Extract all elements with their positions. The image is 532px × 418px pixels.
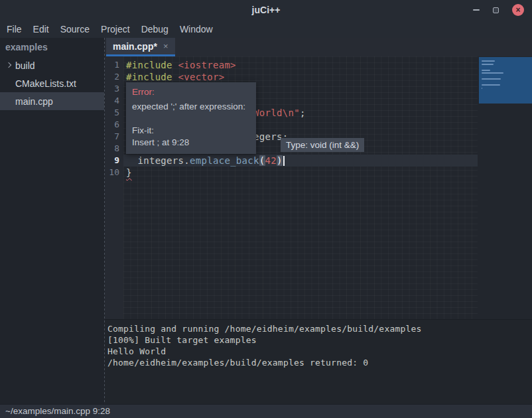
menu-source[interactable]: Source bbox=[60, 24, 90, 35]
error-tooltip: Error: expected ';' after expression: Fi… bbox=[126, 82, 256, 154]
line-number: 8 bbox=[105, 143, 123, 155]
line-number: 5 bbox=[105, 107, 123, 119]
terminal-line: Compiling and running /home/eidheim/exam… bbox=[107, 323, 532, 334]
tree-item-label: main.cpp bbox=[15, 96, 53, 107]
tab-main-cpp[interactable]: main.cpp* × bbox=[106, 38, 175, 56]
code-editor[interactable]: 12345678910 #include <iostream>#include … bbox=[105, 56, 532, 319]
code-segment: } bbox=[126, 167, 132, 178]
line-number: 3 bbox=[105, 83, 123, 95]
window-title: juCi++ bbox=[0, 0, 532, 20]
tab-close-icon[interactable]: × bbox=[163, 42, 168, 50]
terminal-line: [100%] Built target examples bbox=[107, 334, 532, 346]
minimap-line bbox=[482, 60, 495, 62]
code-line-10[interactable]: } bbox=[123, 167, 478, 178]
code-segment: ) bbox=[277, 155, 283, 166]
code-segment: <iostream> bbox=[178, 60, 236, 70]
titlebar[interactable]: juCi++ × bbox=[0, 0, 532, 20]
menu-project[interactable]: Project bbox=[101, 24, 130, 35]
tree-item-label: build bbox=[15, 60, 35, 71]
close-icon[interactable]: × bbox=[512, 4, 524, 16]
minimap-visible-region[interactable] bbox=[479, 57, 532, 104]
tree-item-label: CMakeLists.txt bbox=[15, 78, 76, 89]
minimap-line bbox=[482, 88, 482, 89]
code-line-9[interactable]: integers.emplace_back(42) bbox=[123, 155, 478, 167]
menu-file[interactable]: File bbox=[7, 24, 22, 35]
terminal-line: Hello World bbox=[107, 346, 532, 357]
statusbar: ~/examples/main.cpp 9:28 1 error, 1 fix … bbox=[0, 404, 532, 418]
tree-item-main-cpp[interactable]: main.cpp bbox=[0, 92, 104, 110]
fixit-action: Insert ; at 9:28 bbox=[132, 137, 253, 149]
code-segment: #include bbox=[126, 72, 178, 82]
code-segment: emplace_back bbox=[190, 155, 259, 166]
tab-label: main.cpp* bbox=[113, 41, 157, 52]
terminal-line: /home/eidheim/examples/build/examples re… bbox=[107, 357, 532, 368]
status-file-location: ~/examples/main.cpp 9:28 bbox=[5, 405, 110, 418]
text-cursor bbox=[283, 156, 285, 166]
minimize-icon[interactable] bbox=[473, 9, 480, 11]
file-tree-sidebar: examples buildCMakeLists.txtmain.cpp bbox=[0, 38, 104, 404]
app-window: juCi++ × FileEditSourceProjectDebugWindo… bbox=[0, 0, 532, 418]
menu-debug[interactable]: Debug bbox=[141, 24, 168, 35]
line-number-gutter: 12345678910 bbox=[105, 56, 123, 319]
minimap[interactable] bbox=[478, 56, 532, 319]
type-tooltip: Type: void (int &&) bbox=[281, 138, 364, 152]
menu-edit[interactable]: Edit bbox=[33, 24, 49, 35]
line-number: 2 bbox=[105, 71, 123, 83]
line-number: 6 bbox=[105, 119, 123, 131]
code-line-2[interactable]: #include <vector> bbox=[123, 71, 478, 83]
code-segment: ; bbox=[300, 107, 306, 118]
minimap-line bbox=[482, 64, 494, 65]
tree-item-cmakelists-txt[interactable]: CMakeLists.txt bbox=[0, 74, 104, 92]
line-number: 9 bbox=[105, 155, 123, 167]
status-diagnostics: 1 error, 1 fix it bbox=[361, 405, 430, 418]
error-tooltip-title: Error: bbox=[132, 86, 253, 98]
code-segment: <vector> bbox=[178, 72, 225, 82]
code-segment: 42 bbox=[265, 155, 277, 166]
minimap-line bbox=[482, 70, 490, 71]
code-segment: ( bbox=[259, 155, 265, 166]
restore-icon[interactable] bbox=[493, 7, 499, 13]
chevron-right-icon[interactable] bbox=[6, 62, 11, 68]
project-root-label[interactable]: examples bbox=[0, 38, 104, 56]
window-controls: × bbox=[473, 0, 524, 20]
file-tree: buildCMakeLists.txtmain.cpp bbox=[0, 56, 104, 110]
menubar: FileEditSourceProjectDebugWindow bbox=[0, 20, 532, 38]
fixit-label: Fix-it: bbox=[132, 125, 253, 137]
line-number: 7 bbox=[105, 131, 123, 143]
line-number: 10 bbox=[105, 167, 123, 178]
code-segment: integers. bbox=[126, 155, 190, 166]
line-number: 4 bbox=[105, 95, 123, 107]
menu-window[interactable]: Window bbox=[180, 24, 213, 35]
tabbar: main.cpp* × bbox=[105, 38, 532, 56]
build-terminal[interactable]: Compiling and running /home/eidheim/exam… bbox=[105, 321, 532, 404]
code-segment: #include bbox=[126, 60, 178, 70]
minimap-line bbox=[482, 84, 500, 86]
error-tooltip-message: expected ';' after expression: bbox=[132, 101, 253, 113]
minimap-line bbox=[482, 78, 501, 80]
minimap-line bbox=[482, 72, 503, 74]
tree-item-build[interactable]: build bbox=[0, 56, 104, 74]
line-number: 1 bbox=[105, 59, 123, 71]
code-line-1[interactable]: #include <iostream> bbox=[123, 59, 478, 71]
